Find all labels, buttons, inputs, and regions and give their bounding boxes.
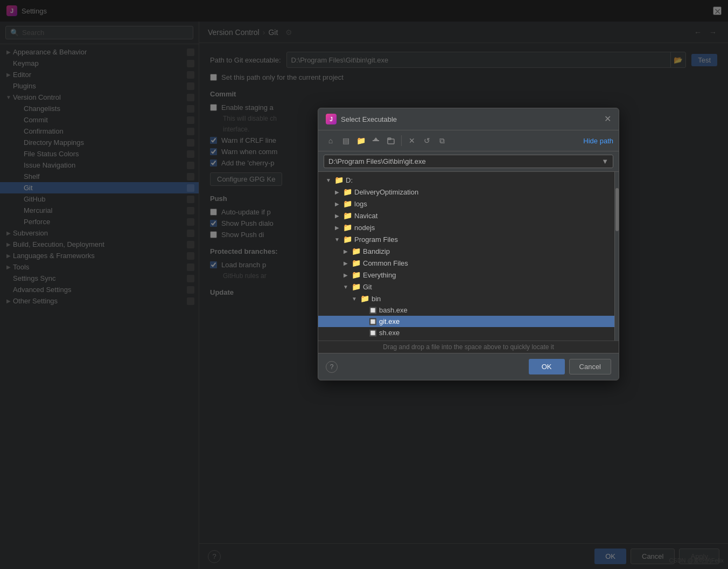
item-label: Navicat [354,212,608,220]
tree-item-d-drive[interactable]: ▼ 📁 D: [318,174,614,186]
folder-icon: 📁 [343,188,352,196]
modal-toolbar: ⌂ ▤ 📁 ✕ ↺ ⧉ Hide path [318,130,619,151]
modal-footer-buttons: OK Cancel [529,359,611,374]
folder-icon: 📁 [352,270,361,279]
toggle-icon: ▼ [333,237,341,242]
toggle-icon: ▶ [333,189,341,195]
item-label: Program Files [354,235,608,244]
toggle-icon: ▶ [333,225,341,231]
item-label: git.exe [379,317,608,325]
svg-marker-1 [374,137,378,140]
tree-item-sh-exe[interactable]: 🔲 sh.exe [318,327,614,338]
modal-help-button[interactable]: ? [326,361,338,373]
folder-icon: 📁 [352,259,361,267]
modal-overlay: J Select Executable ✕ ⌂ ▤ 📁 ✕ ↺ ⧉ Hide p… [0,0,728,569]
folder-icon: 📁 [334,176,344,184]
folder-icon: 📁 [343,235,352,244]
tree-item-everything[interactable]: ▶ 📁 Everything [318,269,614,281]
tree-item-bandizip[interactable]: ▶ 📁 Bandizip [318,245,614,257]
modal-path-chevron-icon[interactable]: ▼ [597,155,613,168]
item-label: bin [372,295,608,303]
tree-item-bin[interactable]: ▼ 📁 bin [318,293,614,304]
tree-item-bash-exe[interactable]: 🔲 bash.exe [318,304,614,316]
file-icon: 🔲 [369,307,377,314]
toggle-icon: ▶ [342,260,349,266]
copy-button[interactable]: ⧉ [435,134,449,148]
item-label: Common Files [363,259,608,267]
folder-icon: 📁 [360,294,369,303]
modal-title-bar: J Select Executable ✕ [318,108,619,130]
empty-folder-button[interactable] [384,134,398,148]
file-tree: ▼ 📁 D: ▶ 📁 DeliveryOptimization ▶ 📁 logs [318,172,614,341]
modal-close-button[interactable]: ✕ [604,115,611,123]
scrollbar-thumb [615,188,619,231]
tree-item-common-files[interactable]: ▶ 📁 Common Files [318,257,614,269]
item-label: D: [346,176,608,184]
toggle-icon: ▶ [342,248,349,254]
file-icon: 🔲 [369,329,377,337]
home-button[interactable]: ⌂ [324,134,338,148]
tree-item-program-files[interactable]: ▼ 📁 Program Files [318,233,614,245]
hide-path-button[interactable]: Hide path [583,137,613,145]
toolbar-separator [401,135,402,146]
item-label: Git [363,283,608,291]
tree-item-git-folder[interactable]: ▼ 📁 Git [318,281,614,293]
folder-icon: 📁 [343,199,352,208]
item-label: logs [354,200,608,208]
cancel-action-button[interactable]: ✕ [405,134,419,148]
file-icon: 🔲 [369,318,377,325]
modal-drop-hint: Drag and drop a file into the space abov… [318,341,619,353]
new-folder-button[interactable]: 📁 [354,134,368,148]
tree-item-logs[interactable]: ▶ 📁 logs [318,198,614,210]
item-label: bash.exe [379,306,608,314]
toggle-icon: ▶ [342,272,349,278]
folder-icon: 📁 [352,282,361,291]
file-tree-scrollbar[interactable] [614,172,619,341]
file-tree-scroll-wrap: ▼ 📁 D: ▶ 📁 DeliveryOptimization ▶ 📁 logs [318,172,619,341]
tree-item-nodejs[interactable]: ▶ 📁 nodejs [318,221,614,233]
svg-rect-0 [373,140,379,141]
select-executable-modal: J Select Executable ✕ ⌂ ▤ 📁 ✕ ↺ ⧉ Hide p… [318,108,619,380]
modal-path-input[interactable] [324,155,597,168]
tree-item-delivery-opt[interactable]: ▶ 📁 DeliveryOptimization [318,186,614,198]
folder-icon: 📁 [343,223,352,232]
view-button[interactable]: ▤ [339,134,353,148]
parent-folder-button[interactable] [369,134,383,148]
modal-cancel-button[interactable]: Cancel [569,359,611,374]
modal-ok-button[interactable]: OK [529,359,565,374]
modal-app-icon: J [326,114,337,124]
modal-path-input-wrap: ▼ [324,155,613,168]
tree-item-git-exe[interactable]: 🔲 git.exe [318,316,614,327]
modal-path-row: ▼ [318,151,619,172]
folder-icon: 📁 [352,247,361,255]
modal-title: Select Executable [341,115,600,123]
item-label: Everything [363,271,608,279]
item-label: Bandizip [363,247,608,255]
item-label: sh.exe [379,329,608,337]
folder-icon: 📁 [343,211,352,220]
item-label: nodejs [354,224,608,232]
toggle-icon: ▼ [325,177,332,183]
item-label: DeliveryOptimization [354,188,608,196]
refresh-button[interactable]: ↺ [420,134,434,148]
toggle-icon: ▼ [342,284,349,290]
tree-item-navicat[interactable]: ▶ 📁 Navicat [318,210,614,221]
modal-footer: ? OK Cancel [318,353,619,380]
toggle-icon: ▶ [333,201,341,207]
toggle-icon: ▶ [333,213,341,219]
toggle-icon: ▼ [351,296,358,302]
